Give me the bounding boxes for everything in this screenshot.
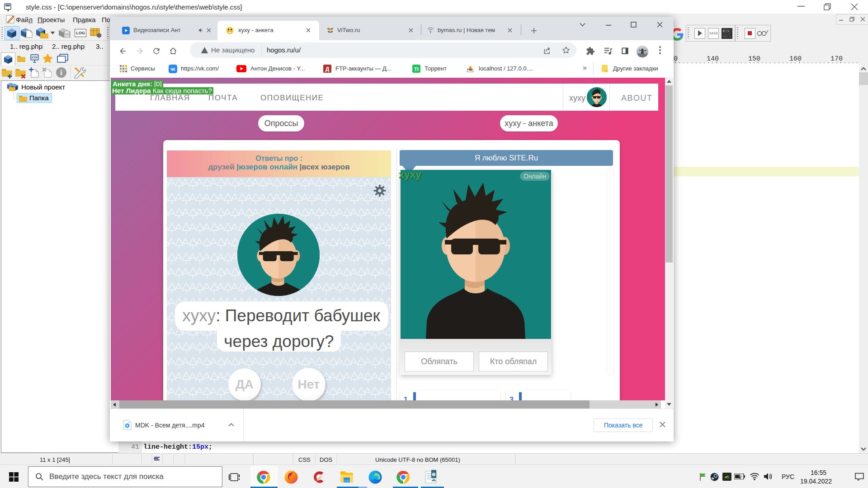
svg-text:PMA: PMA xyxy=(467,68,473,71)
svg-text:TI: TI xyxy=(414,66,419,72)
svg-text:Д: Д xyxy=(326,66,330,72)
svg-text:FTP: FTP xyxy=(32,56,38,59)
